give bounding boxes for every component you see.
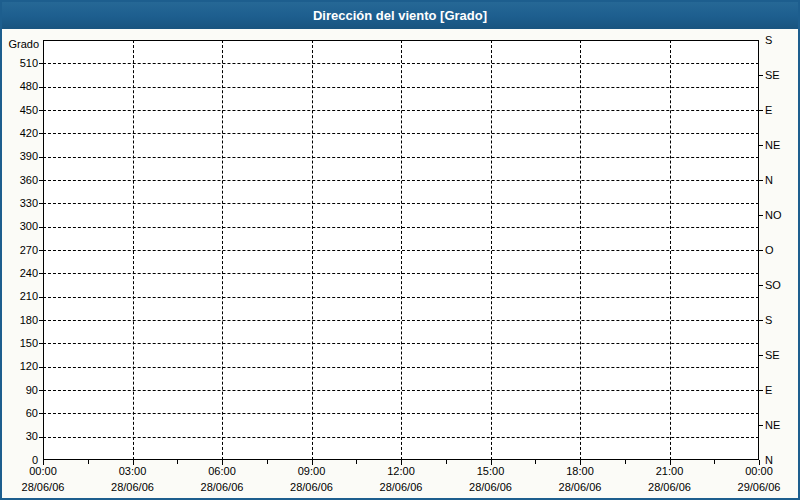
x-minor-tick xyxy=(88,460,89,464)
compass-label: NE xyxy=(765,419,799,432)
v-gridline xyxy=(580,40,581,460)
y-tick-label: 300 xyxy=(2,220,38,233)
right-tick xyxy=(759,75,763,76)
x-time-label: 09:00 xyxy=(280,465,344,478)
x-minor-tick xyxy=(446,460,447,464)
y-tick xyxy=(39,413,43,414)
y-tick xyxy=(39,203,43,204)
y-tick-label: 180 xyxy=(2,314,38,327)
right-tick xyxy=(759,215,763,216)
x-time-label: 00:00 xyxy=(727,465,791,478)
y-tick xyxy=(39,367,43,368)
x-time-label: 12:00 xyxy=(369,465,433,478)
y-tick xyxy=(39,227,43,228)
y-tick xyxy=(39,180,43,181)
x-minor-tick xyxy=(267,460,268,464)
v-gridline xyxy=(491,40,492,460)
compass-label: NO xyxy=(765,209,799,222)
y-tick-label: 240 xyxy=(2,267,38,280)
v-gridline xyxy=(312,40,313,460)
x-minor-tick xyxy=(177,460,178,464)
y-tick xyxy=(39,133,43,134)
compass-label: SO xyxy=(765,279,799,292)
y-tick xyxy=(39,320,43,321)
right-tick xyxy=(759,320,763,321)
right-tick xyxy=(759,180,763,181)
y-tick-label: 120 xyxy=(2,360,38,373)
y-tick-label: 390 xyxy=(2,150,38,163)
compass-label: S xyxy=(765,34,799,47)
right-tick xyxy=(759,145,763,146)
y-tick-label: 480 xyxy=(2,80,38,93)
chart-window: Dirección del viento [Grado] Grado 03060… xyxy=(0,0,800,500)
y-axis-unit-label: Grado xyxy=(2,38,39,51)
right-tick xyxy=(759,355,763,356)
y-tick xyxy=(39,87,43,88)
x-date-label: 28/06/06 xyxy=(369,481,433,494)
y-tick xyxy=(39,63,43,64)
chart-title: Dirección del viento [Grado] xyxy=(313,8,487,23)
x-date-label: 28/06/06 xyxy=(280,481,344,494)
x-time-label: 06:00 xyxy=(190,465,254,478)
right-tick xyxy=(759,285,763,286)
right-tick xyxy=(759,425,763,426)
x-time-label: 03:00 xyxy=(101,465,165,478)
x-time-label: 21:00 xyxy=(638,465,702,478)
compass-label: N xyxy=(765,174,799,187)
right-tick xyxy=(759,250,763,251)
y-tick-label: 270 xyxy=(2,244,38,257)
x-time-label: 00:00 xyxy=(11,465,75,478)
right-tick xyxy=(759,110,763,111)
y-tick-label: 510 xyxy=(2,57,38,70)
x-date-label: 28/06/06 xyxy=(548,481,612,494)
compass-label: O xyxy=(765,244,799,257)
y-tick xyxy=(39,297,43,298)
compass-label: SE xyxy=(765,69,799,82)
x-time-label: 15:00 xyxy=(459,465,523,478)
x-date-label: 29/06/06 xyxy=(727,481,791,494)
y-tick-label: 150 xyxy=(2,337,38,350)
x-date-label: 28/06/06 xyxy=(459,481,523,494)
y-tick-label: 420 xyxy=(2,127,38,140)
v-gridline xyxy=(133,40,134,460)
x-date-label: 28/06/06 xyxy=(11,481,75,494)
y-tick-label: 60 xyxy=(2,407,38,420)
y-tick xyxy=(39,437,43,438)
y-tick xyxy=(39,157,43,158)
compass-label: SE xyxy=(765,349,799,362)
x-minor-tick xyxy=(714,460,715,464)
y-tick-label: 330 xyxy=(2,197,38,210)
compass-label: S xyxy=(765,314,799,327)
y-tick xyxy=(39,250,43,251)
y-tick xyxy=(39,110,43,111)
y-tick-label: 450 xyxy=(2,104,38,117)
x-minor-tick xyxy=(625,460,626,464)
right-tick xyxy=(759,390,763,391)
x-date-label: 28/06/06 xyxy=(101,481,165,494)
compass-label: E xyxy=(765,104,799,117)
y-tick-label: 360 xyxy=(2,174,38,187)
v-gridline xyxy=(222,40,223,460)
chart-area: Grado 0306090120150180210240270300330360… xyxy=(2,29,798,498)
y-tick xyxy=(39,273,43,274)
y-tick-label: 210 xyxy=(2,290,38,303)
x-minor-tick xyxy=(356,460,357,464)
x-date-label: 28/06/06 xyxy=(638,481,702,494)
y-tick-label: 90 xyxy=(2,384,38,397)
x-minor-tick xyxy=(535,460,536,464)
v-gridline xyxy=(670,40,671,460)
x-date-label: 28/06/06 xyxy=(190,481,254,494)
chart-title-bar: Dirección del viento [Grado] xyxy=(2,2,798,29)
y-tick xyxy=(39,390,43,391)
v-gridline xyxy=(401,40,402,460)
y-tick-label: 30 xyxy=(2,430,38,443)
compass-label: E xyxy=(765,384,799,397)
compass-label: NE xyxy=(765,139,799,152)
x-time-label: 18:00 xyxy=(548,465,612,478)
y-tick xyxy=(39,343,43,344)
